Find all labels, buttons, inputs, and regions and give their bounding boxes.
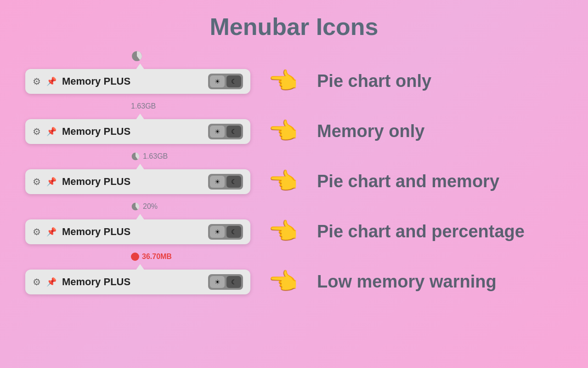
pin-icon-4[interactable]: 📌: [46, 227, 57, 237]
pin-icon-3[interactable]: 📌: [46, 177, 57, 187]
menubar-widget-5: ⚙ 📌 Memory PLUS ☀ ☾: [25, 270, 250, 294]
widget-label-1: Memory PLUS: [62, 75, 203, 87]
memory-text-3: 1.63GB: [143, 152, 168, 161]
row-group-1: ⚙ 📌 Memory PLUS ☀ ☾ 👉 Pie chart only: [25, 45, 431, 95]
theme-toggle-5[interactable]: ☀ ☾: [208, 274, 243, 290]
theme-toggle-4[interactable]: ☀ ☾: [208, 224, 243, 240]
pie-chart-icon-1: [131, 50, 143, 62]
gear-icon-3[interactable]: ⚙: [33, 176, 41, 187]
row-group-4: 20% ⚙ 📌 Memory PLUS ☀ ☾ 👉 Pie chart and …: [25, 196, 525, 246]
arrow-icon-4: 👉: [269, 218, 299, 246]
dark-mode-btn-5[interactable]: ☾: [226, 276, 241, 288]
light-mode-btn-3[interactable]: ☀: [210, 176, 225, 188]
menubar-row-1: ⚙ 📌 Memory PLUS ☀ ☾ 👉 Pie chart only: [25, 67, 431, 95]
light-mode-btn-4[interactable]: ☀: [210, 226, 225, 238]
row-group-5: 36.70MB ⚙ 📌 Memory PLUS ☀ ☾ 👉 Low memory…: [25, 246, 497, 296]
menubar-row-5: ⚙ 📌 Memory PLUS ☀ ☾ 👉 Low memory warning: [25, 268, 497, 296]
gear-icon-2[interactable]: ⚙: [33, 126, 41, 137]
widget-label-5: Memory PLUS: [62, 276, 203, 288]
theme-toggle-2[interactable]: ☀ ☾: [208, 124, 243, 139]
pin-icon-2[interactable]: 📌: [46, 126, 57, 137]
memory-text-2: 1.63GB: [131, 102, 156, 110]
indicator-5: 36.70MB: [25, 246, 172, 268]
arrow-icon-3: 👉: [269, 167, 299, 196]
description-1: Pie chart only: [317, 71, 431, 91]
indicator-3: 1.63GB: [25, 145, 168, 167]
dark-mode-btn-4[interactable]: ☾: [226, 226, 241, 238]
light-mode-btn-1[interactable]: ☀: [210, 75, 225, 87]
indicator-1: [25, 45, 143, 67]
menubar-widget-1: ⚙ 📌 Memory PLUS ☀ ☾: [25, 69, 250, 94]
theme-toggle-1[interactable]: ☀ ☾: [208, 74, 243, 89]
pin-icon-1[interactable]: 📌: [46, 76, 57, 86]
gear-icon-5[interactable]: ⚙: [33, 276, 41, 288]
menubar-widget-3: ⚙ 📌 Memory PLUS ☀ ☾: [25, 169, 250, 194]
description-3: Pie chart and memory: [317, 172, 499, 191]
description-5: Low memory warning: [317, 272, 497, 292]
page-title: Menubar Icons: [0, 0, 588, 45]
dark-mode-btn-1[interactable]: ☾: [226, 75, 241, 87]
pie-chart-icon-3: [131, 152, 140, 161]
row-group-2: 1.63GB ⚙ 📌 Memory PLUS ☀ ☾ 👉 Memory only: [25, 95, 424, 145]
memory-warning-text-5: 36.70MB: [142, 253, 172, 261]
description-4: Pie chart and percentage: [317, 222, 525, 242]
gear-icon-4[interactable]: ⚙: [33, 226, 41, 237]
pin-icon-5[interactable]: 📌: [46, 277, 57, 287]
menubar-widget-2: ⚙ 📌 Memory PLUS ☀ ☾: [25, 119, 250, 144]
widget-label-4: Memory PLUS: [62, 226, 203, 238]
gear-icon-1[interactable]: ⚙: [33, 76, 41, 87]
description-2: Memory only: [317, 121, 424, 141]
menubar-row-3: ⚙ 📌 Memory PLUS ☀ ☾ 👉 Pie chart and memo…: [25, 167, 499, 196]
widget-label-2: Memory PLUS: [62, 126, 203, 138]
dark-mode-btn-2[interactable]: ☾: [226, 126, 241, 138]
pie-chart-icon-4: [131, 202, 140, 211]
menubar-row-4: ⚙ 📌 Memory PLUS ☀ ☾ 👉 Pie chart and perc…: [25, 218, 525, 246]
dark-mode-btn-3[interactable]: ☾: [226, 176, 241, 188]
light-mode-btn-5[interactable]: ☀: [210, 276, 225, 288]
arrow-icon-1: 👉: [269, 67, 299, 95]
menubar-row-2: ⚙ 📌 Memory PLUS ☀ ☾ 👉 Memory only: [25, 117, 424, 145]
red-dot-icon-5: [131, 253, 139, 261]
row-group-3: 1.63GB ⚙ 📌 Memory PLUS ☀ ☾ 👉 Pie chart a…: [25, 145, 499, 196]
content-area: ⚙ 📌 Memory PLUS ☀ ☾ 👉 Pie chart only 1.6…: [0, 45, 588, 296]
widget-label-3: Memory PLUS: [62, 176, 203, 188]
menubar-widget-4: ⚙ 📌 Memory PLUS ☀ ☾: [25, 219, 250, 244]
percent-text-4: 20%: [143, 202, 158, 211]
arrow-icon-5: 👉: [269, 268, 299, 296]
theme-toggle-3[interactable]: ☀ ☾: [208, 174, 243, 190]
light-mode-btn-2[interactable]: ☀: [210, 126, 225, 138]
arrow-icon-2: 👉: [269, 117, 299, 145]
